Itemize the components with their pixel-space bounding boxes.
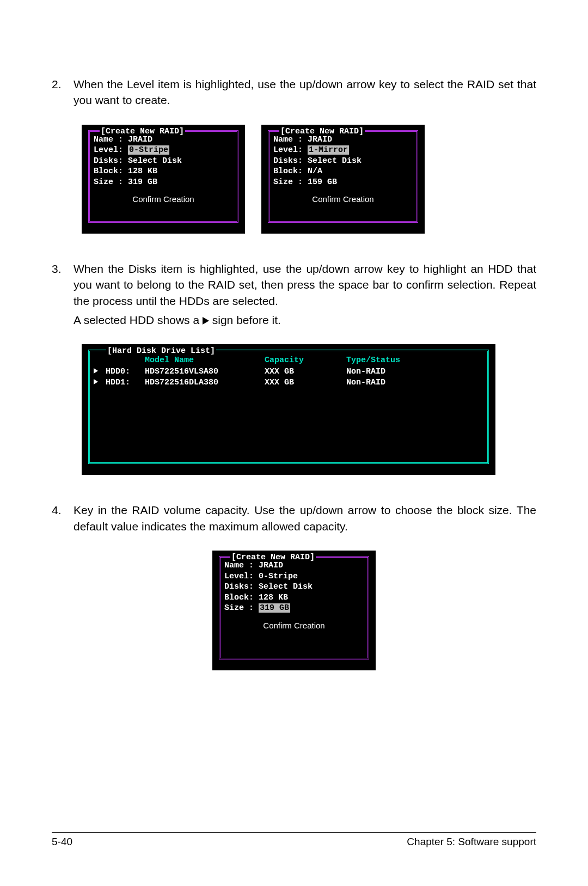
raid-panel-size: [Create New RAID] Name : JRAID Level: 0-…	[212, 551, 376, 670]
chapter-title: Chapter 5: Software support	[407, 836, 536, 848]
page-footer: 5-40 Chapter 5: Software support	[52, 832, 536, 848]
level-highlight[interactable]: 1-Mirror	[308, 145, 349, 155]
selected-marker-icon	[94, 377, 106, 388]
hdd-type: Non-RAID	[346, 366, 483, 377]
field-size[interactable]: Size : 319 GB	[224, 603, 364, 614]
field-level[interactable]: Level: 1-Mirror	[273, 145, 413, 156]
field-block: Block: 128 KB	[224, 592, 364, 603]
step-2: 2. When the Level item is highlighted, u…	[52, 76, 536, 112]
hdd-capacity: XXX GB	[265, 377, 346, 388]
col-type-header: Type/Status	[346, 355, 483, 366]
step-number: 3.	[52, 261, 74, 332]
field-level: Level: 0-Stripe	[224, 571, 364, 582]
step-number: 2.	[52, 76, 74, 112]
hdd-id: HDD0:	[106, 366, 145, 377]
field-name: Name : JRAID	[224, 560, 364, 571]
step-number: 4.	[52, 502, 74, 537]
field-block: Block: N/A	[273, 166, 413, 177]
hdd-capacity: XXX GB	[265, 366, 346, 377]
hdd-row[interactable]: HDD0: HDS722516VLSA80 XXX GB Non-RAID	[94, 366, 483, 377]
raid-panel-stripe: [Create New RAID] Name : JRAID Level: 0-…	[82, 125, 245, 234]
hdd-list-panel: [Hard Disk Drive List] Model Name Capaci…	[82, 344, 495, 475]
step-text: Key in the RAID volume capacity. Use the…	[74, 502, 536, 537]
field-name: Name : JRAID	[273, 135, 413, 145]
raid-panels-row: [Create New RAID] Name : JRAID Level: 0-…	[82, 125, 536, 234]
panel-body: Name : JRAID Level: 0-Stripe Disks: Sele…	[218, 556, 370, 635]
field-disks: Disks: Select Disk	[224, 582, 364, 592]
triangle-icon	[203, 317, 209, 325]
hdd-row[interactable]: HDD1: HDS722516DLA380 XXX GB Non-RAID	[94, 377, 483, 388]
raid-panel-mirror: [Create New RAID] Name : JRAID Level: 1-…	[261, 125, 425, 234]
confirm-creation[interactable]: Confirm Creation	[273, 194, 413, 205]
field-block: Block: 128 KB	[94, 166, 233, 177]
hdd-id: HDD1:	[106, 377, 145, 388]
panel-body: Model Name Capacity Type/Status HDD0: HD…	[87, 350, 490, 394]
selected-marker-icon	[94, 366, 106, 377]
field-disks: Disks: Select Disk	[94, 156, 233, 167]
field-disks: Disks: Select Disk	[273, 156, 413, 167]
hdd-model: HDS722516VLSA80	[145, 366, 265, 377]
col-model-header: Model Name	[145, 355, 265, 366]
panel-body: Name : JRAID Level: 1-Mirror Disks: Sele…	[267, 130, 419, 209]
field-level[interactable]: Level: 0-Stripe	[94, 145, 233, 156]
selected-hdd-note: A selected HDD shows a sign before it.	[74, 312, 536, 328]
field-size: Size : 159 GB	[273, 177, 413, 188]
level-highlight[interactable]: 0-Stripe	[128, 145, 169, 155]
size-highlight[interactable]: 319 GB	[259, 603, 290, 613]
step-4: 4. Key in the RAID volume capacity. Use …	[52, 502, 536, 537]
hdd-model: HDS722516DLA380	[145, 377, 265, 388]
confirm-creation[interactable]: Confirm Creation	[224, 620, 364, 631]
hdd-type: Non-RAID	[346, 377, 483, 388]
page-number: 5-40	[52, 836, 72, 848]
confirm-creation[interactable]: Confirm Creation	[94, 194, 233, 205]
hdd-header-row: Model Name Capacity Type/Status	[94, 355, 483, 366]
field-name: Name : JRAID	[94, 135, 233, 145]
step-text: When the Level item is highlighted, use …	[74, 76, 536, 112]
step-text: When the Disks item is highlighted, use …	[74, 261, 536, 332]
panel-body: Name : JRAID Level: 0-Stripe Disks: Sele…	[87, 130, 240, 209]
col-capacity-header: Capacity	[265, 355, 346, 366]
step-3: 3. When the Disks item is highlighted, u…	[52, 261, 536, 332]
field-size: Size : 319 GB	[94, 177, 233, 188]
